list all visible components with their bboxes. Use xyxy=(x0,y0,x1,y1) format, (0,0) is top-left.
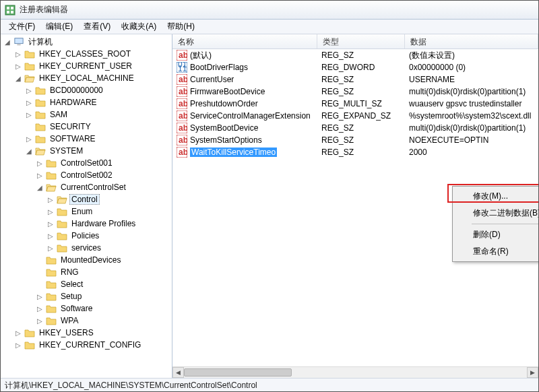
tree-label: RNG xyxy=(59,267,81,277)
value-type: REG_DWORD xyxy=(317,63,405,72)
expander-icon[interactable]: ◢ xyxy=(25,148,33,155)
expander-icon[interactable]: ▷ xyxy=(36,172,44,179)
tree-node-sam[interactable]: ▷SAM xyxy=(25,108,172,121)
tree-node-wpa[interactable]: ▷WPA xyxy=(36,315,172,327)
expander-icon[interactable]: ▷ xyxy=(25,87,33,94)
tree-node-services[interactable]: ▷services xyxy=(46,242,172,254)
column-header-data[interactable]: 数据 xyxy=(405,34,538,48)
tree-node-ccs[interactable]: ◢CurrentControlSet xyxy=(36,181,172,193)
expander-icon[interactable]: ▷ xyxy=(14,63,22,70)
folder-icon xyxy=(46,267,57,277)
expander-icon[interactable]: ◢ xyxy=(36,184,44,191)
expander-icon[interactable]: ▷ xyxy=(46,232,55,240)
list-header: 名称 类型 数据 xyxy=(172,34,538,49)
expander-icon[interactable]: ▷ xyxy=(14,329,22,337)
ctx-modify[interactable]: 修改(M)... xyxy=(454,188,538,205)
tree-node-computer[interactable]: ◢ 计算机 xyxy=(3,36,172,48)
scroll-track[interactable] xyxy=(184,367,527,378)
tree-pane[interactable]: ◢ 计算机 ▷HKEY_CLASSES_ROOT ▷HKEY_CURRENT_U… xyxy=(1,34,172,378)
folder-icon xyxy=(35,86,46,95)
tree-node-cs1[interactable]: ▷ControlSet001 xyxy=(36,157,172,169)
scroll-thumb[interactable] xyxy=(184,368,292,377)
tree-node-select[interactable]: Select xyxy=(36,278,172,290)
tree-label: Enum xyxy=(69,206,94,217)
tree-node-security[interactable]: SECURITY xyxy=(25,121,172,133)
folder-icon xyxy=(24,61,35,71)
ctx-delete[interactable]: 删除(D) xyxy=(454,226,538,243)
tree-node-hkcc[interactable]: ▷HKEY_CURRENT_CONFIG xyxy=(14,339,172,351)
expander-icon[interactable]: ▷ xyxy=(46,220,55,228)
column-header-type[interactable]: 类型 xyxy=(317,34,405,48)
ctx-modify-binary[interactable]: 修改二进制数据(B)... xyxy=(454,205,538,222)
value-type: REG_SZ xyxy=(317,51,405,60)
column-header-name[interactable]: 名称 xyxy=(172,34,317,48)
menubar: 文件(F) 编辑(E) 查看(V) 收藏夹(A) 帮助(H) xyxy=(1,20,538,34)
menu-file[interactable]: 文件(F) xyxy=(3,20,40,34)
expander-icon[interactable]: ▷ xyxy=(36,293,44,300)
expander-icon[interactable]: ▷ xyxy=(14,51,22,58)
value-type: REG_SZ xyxy=(317,87,405,96)
folder-open-icon xyxy=(35,146,46,156)
value-data: %systemroot%\system32\scext.dll xyxy=(405,111,538,121)
expander-icon[interactable]: ▷ xyxy=(46,244,55,252)
list-row[interactable]: WaitToKillServiceTimeoREG_SZ2000 xyxy=(172,146,538,158)
value-data: multi(0)disk(0)rdisk(0)partition(1) xyxy=(405,123,538,133)
list-row[interactable]: FirmwareBootDeviceREG_SZmulti(0)disk(0)r… xyxy=(172,86,538,98)
value-type: REG_SZ xyxy=(317,148,405,157)
value-type: REG_SZ xyxy=(317,135,405,145)
expander-icon[interactable]: ▷ xyxy=(14,341,22,349)
tree-node-cs2[interactable]: ▷ControlSet002 xyxy=(36,169,172,181)
tree-node-softw[interactable]: ▷Software xyxy=(36,302,172,315)
tree-node-hklm[interactable]: ◢HKEY_LOCAL_MACHINE xyxy=(14,72,172,84)
tree-node-hkcu[interactable]: ▷HKEY_CURRENT_USER xyxy=(14,60,172,72)
expander-icon[interactable]: ▷ xyxy=(25,111,33,119)
expander-icon[interactable]: ▷ xyxy=(25,135,33,143)
tree-node-hku[interactable]: ▷HKEY_USERS xyxy=(14,327,172,339)
value-data: 2000 xyxy=(405,148,538,157)
expander-icon[interactable]: ▷ xyxy=(46,208,55,216)
tree-node-bcd[interactable]: ▷BCD00000000 xyxy=(25,84,172,96)
tree-node-setup[interactable]: ▷Setup xyxy=(36,290,172,302)
list-row[interactable]: PreshutdownOrderREG_MULTI_SZwuauserv gps… xyxy=(172,98,538,110)
expander-icon[interactable]: ◢ xyxy=(14,75,22,82)
folder-icon xyxy=(46,280,57,289)
computer-icon xyxy=(13,37,24,46)
list-row[interactable]: CurrentUserREG_SZUSERNAME xyxy=(172,73,538,86)
menu-view[interactable]: 查看(V) xyxy=(78,20,116,34)
value-type: REG_EXPAND_SZ xyxy=(317,111,405,121)
list-pane[interactable]: 名称 类型 数据 (默认)REG_SZ(数值未设置)BootDriverFlag… xyxy=(172,34,538,378)
list-row[interactable]: ServiceControlManagerExtensionREG_EXPAND… xyxy=(172,110,538,122)
tree-node-hkcr[interactable]: ▷HKEY_CLASSES_ROOT xyxy=(14,48,172,60)
tree-node-hwprofiles[interactable]: ▷Hardware Profiles xyxy=(46,218,172,230)
list-row[interactable]: (默认)REG_SZ(数值未设置) xyxy=(172,49,538,61)
scroll-left-button[interactable]: ◀ xyxy=(172,367,184,378)
expander-icon[interactable]: ▷ xyxy=(36,317,44,325)
tree-node-enum[interactable]: ▷Enum xyxy=(46,205,172,218)
value-string-icon xyxy=(177,135,187,145)
expander-icon[interactable]: ▷ xyxy=(36,305,44,313)
expander-icon[interactable]: ▷ xyxy=(25,99,33,106)
tree-node-mounteddevices[interactable]: MountedDevices xyxy=(36,254,172,266)
folder-icon xyxy=(46,255,57,265)
horizontal-scrollbar[interactable]: ◀ ▶ xyxy=(172,366,538,378)
tree-node-rng[interactable]: RNG xyxy=(36,266,172,278)
tree-node-policies[interactable]: ▷Policies xyxy=(46,230,172,242)
menu-help[interactable]: 帮助(H) xyxy=(162,20,200,34)
ctx-rename[interactable]: 重命名(R) xyxy=(454,243,538,260)
expander-icon[interactable]: ◢ xyxy=(3,38,11,46)
tree-node-control[interactable]: ▷Control xyxy=(46,193,172,205)
tree-node-hardware[interactable]: ▷HARDWARE xyxy=(25,96,172,108)
menu-edit[interactable]: 编辑(E) xyxy=(40,20,78,34)
list-row[interactable]: SystemStartOptionsREG_SZ NOEXECUTE=OPTIN xyxy=(172,134,538,146)
expander-icon[interactable]: ▷ xyxy=(46,196,55,203)
tree-node-system[interactable]: ◢SYSTEM xyxy=(25,145,172,157)
folder-icon xyxy=(46,292,57,301)
expander-icon[interactable]: ▷ xyxy=(36,160,44,167)
menu-favorites[interactable]: 收藏夹(A) xyxy=(116,20,162,34)
tree-node-software[interactable]: ▷SOFTWARE xyxy=(25,133,172,145)
value-data: multi(0)disk(0)rdisk(0)partition(1) xyxy=(405,87,538,96)
list-row[interactable]: SystemBootDeviceREG_SZmulti(0)disk(0)rdi… xyxy=(172,122,538,134)
list-row[interactable]: BootDriverFlagsREG_DWORD0x00000000 (0) xyxy=(172,61,538,73)
scroll-right-button[interactable]: ▶ xyxy=(527,367,538,378)
value-name: (默认) xyxy=(190,50,212,61)
